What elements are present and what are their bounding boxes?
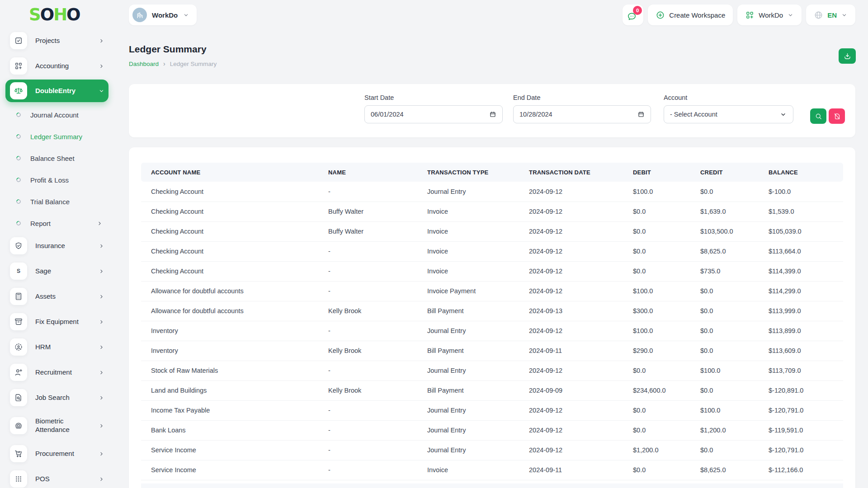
workdo-menu-button[interactable]: WorkDo <box>737 5 802 25</box>
sidebar-item-assets[interactable]: Assets <box>5 285 108 308</box>
table-row: Bank Loans-Journal Entry2024-09-12$0.0$1… <box>141 420 843 440</box>
start-date-input[interactable]: 06/01/2024 <box>364 105 503 123</box>
cell-transaction-type: Invoice <box>417 221 519 241</box>
workspace-name: WorkDo <box>152 11 178 19</box>
table-row: Checking Account-Journal Entry2024-09-12… <box>141 182 843 202</box>
sidebar-item-projects[interactable]: Projects <box>5 29 108 52</box>
table-row: Checking AccountBuffy WalterInvoice2024-… <box>141 221 843 241</box>
cell-balance: $-120,791.0 <box>759 400 843 420</box>
fingerprint-icon <box>10 417 27 434</box>
cell-transaction-type: Journal Entry <box>417 440 519 460</box>
cell-transaction-date: 2024-09-12 <box>519 321 623 341</box>
sidebar-subitem-ledger-summary[interactable]: Ledger Summary <box>5 126 108 147</box>
table-row: Income Tax Payable-Journal Entry2024-09-… <box>141 400 843 420</box>
brand-letter: O <box>66 5 80 24</box>
sidebar-item-label: Sage <box>35 267 98 276</box>
sidebar-item-hrm[interactable]: HRM <box>5 335 108 359</box>
cell-transaction-date: 2024-09-12 <box>519 182 623 202</box>
sidebar-subitem-report[interactable]: Report <box>5 212 108 234</box>
reset-filter-button[interactable] <box>829 108 845 124</box>
calendar-icon <box>637 111 645 118</box>
cell-account-name: Checking Account <box>141 182 318 202</box>
sidebar-subitem-label: Journal Account <box>30 111 108 119</box>
sidebar-subitem-journal-account[interactable]: Journal Account <box>5 104 108 126</box>
sidebar-subitem-label: Trial Balance <box>30 198 108 206</box>
sidebar-item-biometric-attendance[interactable]: Biometric Attendance <box>5 411 108 440</box>
table-header-row: ACCOUNT NAMENAMETRANSACTION TYPETRANSACT… <box>141 163 843 182</box>
language-button[interactable]: EN <box>806 5 855 25</box>
sidebar-item-job-search[interactable]: Job Search <box>5 386 108 409</box>
cell-credit: $735.0 <box>690 261 759 281</box>
cell-balance: $-119,591.0 <box>759 420 843 440</box>
cell-account-name: Bank Loans <box>141 420 318 440</box>
messages-button[interactable]: 0 <box>623 5 643 25</box>
sidebar-subitem-balance-sheet[interactable]: Balance Sheet <box>5 147 108 169</box>
cell-name: Kelly Brook <box>318 301 417 321</box>
cell-name: - <box>318 321 417 341</box>
cell-credit: $103,500.0 <box>690 221 759 241</box>
end-date-input[interactable]: 10/28/2024 <box>513 105 651 123</box>
calculator-icon <box>10 288 27 305</box>
sidebar-item-recruitment[interactable]: Recruitment <box>5 361 108 384</box>
sidebar-item-pos[interactable]: POS <box>5 467 108 488</box>
cell-name: Buffy Walter <box>318 202 417 221</box>
svg-text:S: S <box>17 268 20 274</box>
cell-debit: $0.0 <box>623 202 690 221</box>
column-header-debit: DEBIT <box>623 163 690 182</box>
cell-transaction-type: Invoice <box>417 261 519 281</box>
chevron-right-icon <box>98 369 105 376</box>
table-body: Checking Account-Journal Entry2024-09-12… <box>141 182 843 480</box>
sidebar-item-label: Projects <box>35 37 98 45</box>
cell-name: Kelly Brook <box>318 380 417 400</box>
cell-transaction-type: Journal Entry <box>417 361 519 380</box>
sidebar-item-accounting[interactable]: Accounting <box>5 54 108 78</box>
end-date-field: End Date 10/28/2024 <box>513 94 651 123</box>
ledger-table-card: ACCOUNT NAMENAMETRANSACTION TYPETRANSACT… <box>129 147 855 488</box>
cell-credit: $100.0 <box>690 400 759 420</box>
chevron-right-icon <box>98 394 105 401</box>
search-button[interactable] <box>810 108 826 124</box>
chevron-right-icon <box>98 268 105 275</box>
cell-transaction-date: 2024-09-12 <box>519 361 623 380</box>
cell-account-name: Service Income <box>141 440 318 460</box>
cell-balance: $-100.0 <box>759 182 843 202</box>
breadcrumb-current: Ledger Summary <box>170 61 217 67</box>
bullet-icon <box>15 177 22 183</box>
sidebar-item-doubleentry[interactable]: DoubleEntry <box>5 80 108 102</box>
cell-debit: $100.0 <box>623 321 690 341</box>
cell-debit: $290.0 <box>623 341 690 361</box>
cell-transaction-type: Bill Payment <box>417 301 519 321</box>
cell-credit: $0.0 <box>690 301 759 321</box>
cell-name: - <box>318 281 417 301</box>
workspace-switcher[interactable]: WorkDo <box>129 5 197 25</box>
create-workspace-button[interactable]: Create Workspace <box>648 5 733 25</box>
download-button[interactable] <box>839 48 856 64</box>
cell-transaction-date: 2024-09-12 <box>519 221 623 241</box>
cell-transaction-type: Invoice <box>417 241 519 261</box>
sidebar-subitem-trial-balance[interactable]: Trial Balance <box>5 191 108 212</box>
cell-transaction-type: Bill Payment <box>417 341 519 361</box>
sidebar-item-procurement[interactable]: Procurement <box>5 442 108 465</box>
cell-balance: $114,299.0 <box>759 281 843 301</box>
sidebar-subitem-profit-loss[interactable]: Profit & Loss <box>5 169 108 191</box>
sidebar-item-fix-equipment[interactable]: Fix Equipment <box>5 310 108 333</box>
cell-transaction-date: 2024-09-12 <box>519 281 623 301</box>
sidebar-item-insurance[interactable]: Insurance <box>5 234 108 258</box>
end-date-label: End Date <box>513 94 651 101</box>
workdo-menu-label: WorkDo <box>759 11 783 19</box>
cell-name: - <box>318 400 417 420</box>
cell-credit: $0.0 <box>690 440 759 460</box>
brand-letter: O <box>40 5 53 24</box>
breadcrumb-dashboard-link[interactable]: Dashboard <box>129 61 159 67</box>
cell-transaction-date: 2024-09-11 <box>519 460 623 480</box>
globe-icon <box>814 10 823 20</box>
doc-search-icon <box>10 389 27 406</box>
cell-debit: $100.0 <box>623 182 690 202</box>
cell-transaction-type: Bill Payment <box>417 380 519 400</box>
cart-icon <box>10 445 27 462</box>
sidebar-item-sage[interactable]: SSage <box>5 259 108 283</box>
cell-account-name: Allowance for doubtful accounts <box>141 281 318 301</box>
cell-account-name: Checking Account <box>141 261 318 281</box>
account-select[interactable]: - Select Account <box>664 105 793 123</box>
cell-balance: $113,609.0 <box>759 341 843 361</box>
